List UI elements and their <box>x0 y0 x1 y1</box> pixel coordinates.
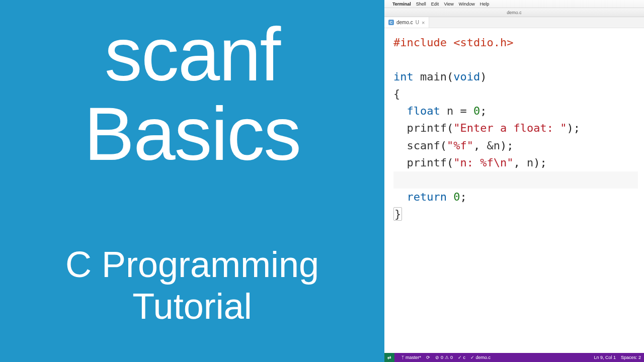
code-return-val: 0 <box>453 191 460 203</box>
title-slide: scanf Basics C Programming Tutorial <box>0 0 384 362</box>
tab-demo-c[interactable]: C demo.c U × <box>384 17 429 28</box>
menu-window[interactable]: Window <box>459 2 475 7</box>
problems[interactable]: ⊘0 ⚠0 <box>435 355 453 360</box>
code-editor[interactable]: #include <stdio.h> int main(void) { floa… <box>384 28 644 353</box>
menu-edit[interactable]: Edit <box>431 2 439 7</box>
slide-title-line2: Basics <box>20 95 364 174</box>
mac-menubar[interactable]: Terminal Shell Edit View Window Help <box>384 0 644 8</box>
code-float-kw: float <box>407 105 440 117</box>
lang-status[interactable]: ✓ c <box>458 355 465 360</box>
code-printf2-fmt: "n: %f\n" <box>453 156 513 169</box>
code-return: return <box>407 191 447 203</box>
tab-close-icon[interactable]: × <box>422 20 425 26</box>
branch-icon: ᛘ <box>401 355 404 360</box>
code-return-type: int <box>393 70 414 83</box>
sync-button[interactable]: ⟳ <box>426 355 430 360</box>
code-printf1-str: "Enter a float: " <box>453 122 567 134</box>
code-scanf-fmt: "%f" <box>447 139 473 152</box>
sync-icon: ⟳ <box>426 355 430 360</box>
code-printf1: printf <box>407 122 447 134</box>
indentation[interactable]: Spaces: 2 <box>621 355 641 360</box>
code-directive: #include <box>393 36 447 49</box>
cursor-line <box>393 171 638 189</box>
editor-window: Terminal Shell Edit View Window Help dem… <box>384 0 644 362</box>
code-open-brace: { <box>393 87 400 100</box>
slide-subtitle-line2: Tutorial <box>20 286 364 327</box>
code-zero: 0 <box>473 105 480 117</box>
editor-tabbar: C demo.c U × <box>384 17 644 28</box>
c-file-icon: C <box>388 20 394 25</box>
window-title: demo.c <box>507 10 522 15</box>
code-printf2: printf <box>407 156 447 169</box>
code-void: void <box>453 70 480 83</box>
menu-help[interactable]: Help <box>480 2 490 7</box>
window-titlebar[interactable]: demo.c <box>384 8 644 17</box>
git-branch[interactable]: ᛘ master* <box>401 355 421 360</box>
menubar-app-name[interactable]: Terminal <box>392 2 411 7</box>
warning-icon: ⚠ <box>445 355 449 360</box>
error-icon: ⊘ <box>435 355 439 360</box>
remote-icon: ⇄ <box>387 355 391 360</box>
code-amp-n: &n <box>487 139 500 152</box>
status-bar: ⇄ ᛘ master* ⟳ ⊘0 ⚠0 ✓ c ✓ demo.c Ln 9, C… <box>384 353 644 362</box>
code-scanf: scanf <box>407 139 440 152</box>
code-printf2-arg: n <box>527 156 533 169</box>
file-status[interactable]: ✓ demo.c <box>470 355 491 360</box>
tab-modified-indicator: U <box>416 20 419 25</box>
code-var-n: n <box>447 105 453 117</box>
menu-view[interactable]: View <box>444 2 453 7</box>
cursor-position[interactable]: Ln 9, Col 1 <box>594 355 616 360</box>
slide-title-line1: scanf <box>20 15 364 95</box>
remote-indicator[interactable]: ⇄ <box>384 353 394 362</box>
code-main: main <box>420 70 447 83</box>
tab-filename: demo.c <box>396 20 413 25</box>
slide-subtitle-line1: C Programming <box>20 244 364 286</box>
menu-shell[interactable]: Shell <box>416 2 426 7</box>
code-close-brace: } <box>393 207 402 221</box>
code-include-target: <stdio.h> <box>453 36 513 49</box>
